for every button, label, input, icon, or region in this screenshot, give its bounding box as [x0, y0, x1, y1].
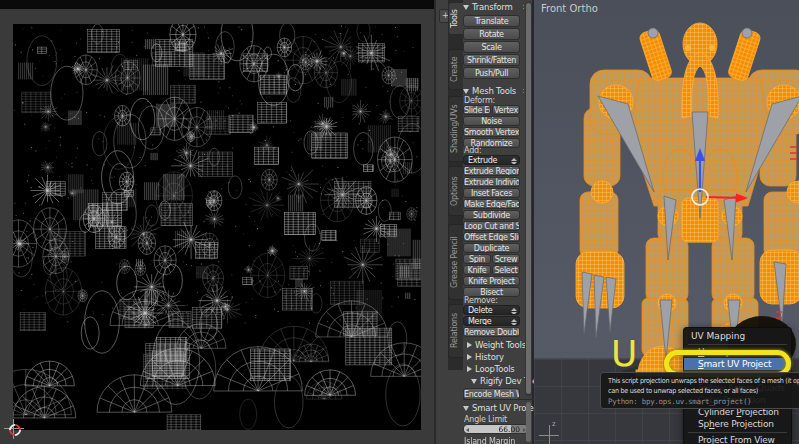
expand-icon [463, 89, 469, 94]
slide-edge-button[interactable]: Slide Ed [463, 105, 491, 115]
head-glow [709, 45, 715, 51]
tool-shelf-tabs: Tools Create Shading/UVs Options Grease … [448, 0, 463, 370]
screw-button[interactable]: Screw [492, 254, 520, 264]
panel-header-mesh-tools[interactable]: Mesh Tools [463, 86, 523, 96]
tab-create[interactable]: Create [448, 49, 463, 90]
updown-arrows-icon [511, 319, 517, 326]
make-edge-face-button[interactable]: Make Edge/Face [463, 199, 520, 209]
tool-shelf: + Tools Create Shading/UVs Options Greas… [434, 0, 534, 444]
extrude-dropdown[interactable]: Extrude [463, 155, 520, 165]
remove-label: Remove: [464, 296, 498, 305]
extrude-region-button[interactable]: Extrude Region [463, 166, 520, 176]
angle-limit-label: Angle Limit [464, 415, 507, 424]
slide-vertex-button[interactable]: Vertex [492, 105, 520, 115]
knife-button[interactable]: Knife [463, 265, 491, 275]
panel-header-rigify-dev-tools[interactable]: Rigify Dev Tools [471, 376, 531, 386]
push-pull-button[interactable]: Push/Pull [463, 67, 520, 79]
panel-header-smart-uv-project[interactable]: Smart UV Project [463, 403, 523, 413]
menu-separator [688, 344, 787, 345]
loop-cut-slide-button[interactable]: Loop Cut and Sli... [463, 221, 520, 231]
smooth-vertex-button[interactable]: Smooth Vertex [463, 127, 520, 137]
collapsed-icon [467, 342, 472, 348]
translate-button[interactable]: Translate [463, 15, 520, 27]
tab-grease-pencil[interactable]: Grease Pencil [448, 224, 463, 300]
inset-faces-button[interactable]: Inset Faces [463, 188, 520, 198]
panel-header-weight-tools[interactable]: Weight Tools [467, 340, 527, 350]
smart-uv-project-tooltip: This script projection unwraps the selec… [600, 372, 799, 409]
mini-axis-icon: z [538, 422, 562, 444]
duplicate-button[interactable]: Duplicate [463, 243, 520, 253]
screencast-key-overlay: U [611, 333, 637, 374]
tab-options[interactable]: Options [448, 166, 463, 216]
remove-doubles-button[interactable]: Remove Doubles [463, 327, 520, 337]
updown-arrows-icon [511, 158, 517, 165]
expand-icon [471, 379, 477, 384]
deform-label: Deform: [464, 96, 495, 105]
angle-limit-slider[interactable]: 66.00 [463, 424, 529, 434]
rotate-button[interactable]: Rotate [463, 28, 520, 40]
operator-redo-panel: Smart UV Project Angle Limit 66.00 Islan… [463, 399, 534, 444]
collapsed-icon [467, 366, 472, 372]
panel-header-looptools[interactable]: LoopTools [467, 364, 527, 374]
tab-shading-uvs[interactable]: Shading/UVs [448, 96, 463, 162]
tool-shelf-panels: Transform Translate Rotate Scale Shrink/… [463, 0, 534, 399]
tab-tools[interactable]: Tools [448, 2, 463, 35]
noise-button[interactable]: Noise [463, 116, 520, 126]
menu-item-project-from-view[interactable]: Project From View [684, 434, 791, 444]
uv-unwrap-canvas[interactable] [13, 24, 421, 430]
expand-icon [463, 406, 469, 411]
blender-window: + Tools Create Shading/UVs Options Greas… [0, 0, 799, 444]
angle-limit-value: 66.00 [499, 425, 520, 434]
expand-icon [463, 5, 469, 10]
panel-header-transform[interactable]: Transform [463, 2, 523, 12]
spin-button[interactable]: Spin [463, 254, 491, 264]
extrude-individual-button[interactable]: Extrude Individual [463, 177, 520, 187]
updown-arrows-icon [511, 308, 517, 315]
island-margin-label: Island Margin [464, 437, 515, 444]
slider-left-arrow-icon[interactable] [466, 428, 469, 432]
subdivide-button[interactable]: Subdivide [463, 210, 520, 220]
tool-shelf-scrollbar[interactable] [525, 2, 532, 396]
add-label: Add: [464, 146, 481, 155]
uv-image-editor[interactable] [0, 0, 434, 444]
menu-separator [688, 432, 787, 433]
uv-editor-top-strip [0, 0, 434, 9]
uv-2d-cursor-icon[interactable] [4, 419, 24, 439]
tab-relations[interactable]: Relations [448, 304, 463, 358]
menu-item-sphere-projection[interactable]: Sphere Projection [684, 418, 791, 430]
shrink-fatten-button[interactable]: Shrink/Fatten [463, 54, 520, 66]
tooltip-python: Python: bpy.ops.uv.smart_project() [608, 396, 799, 408]
redo-panel-scrollbar[interactable] [526, 402, 531, 442]
axis-z-label: z [552, 420, 556, 428]
panel-header-history[interactable]: History [467, 352, 527, 362]
encode-mesh-widget-button[interactable]: Encode Mesh Wi [463, 388, 520, 399]
knife-project-button[interactable]: Knife Project [463, 276, 520, 286]
tooltip-line1: This script projection unwraps the selec… [608, 376, 798, 386]
knife-select-button[interactable]: Select [492, 265, 520, 275]
collapsed-icon [467, 354, 472, 360]
viewport-3d[interactable]: Front Ortho [534, 0, 799, 444]
merge-dropdown[interactable]: Merge [463, 316, 520, 326]
tooltip-line2: can be used to unwrap selected faces, or… [608, 386, 798, 396]
scale-button[interactable]: Scale [463, 41, 520, 53]
menu-title: UV Mapping [684, 328, 791, 344]
head-glow [685, 45, 691, 51]
offset-edge-slide-button[interactable]: Offset Edge Slide [463, 232, 520, 242]
delete-dropdown[interactable]: Delete [463, 305, 520, 315]
